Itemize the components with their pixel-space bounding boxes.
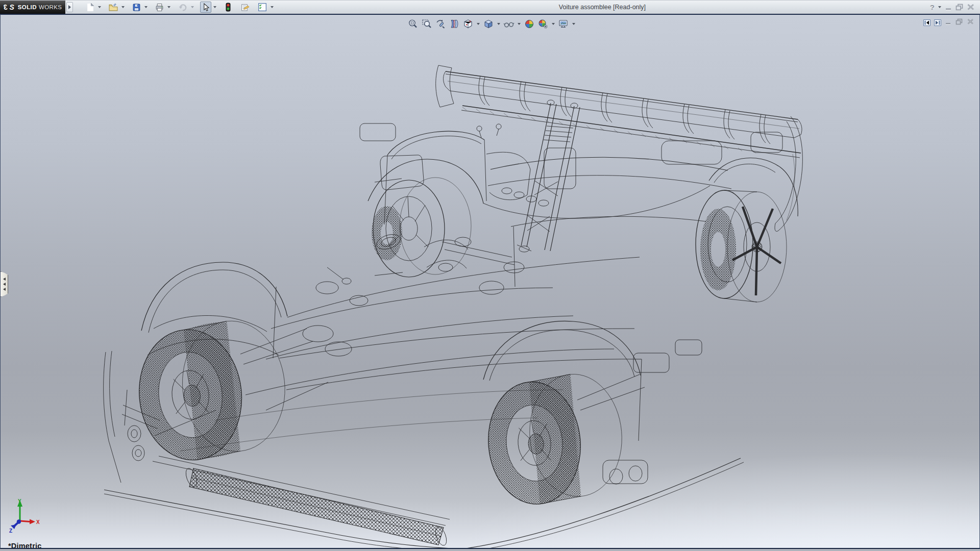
chevron-down-icon — [213, 6, 216, 8]
window-controls: ? — [930, 2, 980, 13]
previous-view-icon — [435, 19, 446, 29]
brand-glyph-3: 3 — [4, 3, 8, 11]
zoom-to-fit-button[interactable] — [407, 18, 419, 30]
previous-view-button[interactable] — [434, 18, 447, 30]
chevron-down-icon — [121, 6, 125, 8]
graphics-viewport[interactable]: Y X Z *Dimetric — [0, 14, 980, 549]
doc-close-button[interactable] — [967, 18, 974, 27]
triad-x-label: X — [36, 519, 40, 525]
chevron-left-icon — [3, 288, 6, 291]
collapse-right-icon — [935, 20, 940, 25]
new-button[interactable] — [84, 2, 96, 13]
restore-button[interactable] — [955, 2, 964, 12]
zoom-to-area-icon — [422, 19, 432, 29]
brand-name-light: WORKS — [39, 4, 62, 10]
chevron-down-icon — [98, 6, 101, 8]
view-settings-button[interactable] — [557, 18, 570, 30]
select-button[interactable] — [200, 2, 211, 13]
chevron-down-icon — [552, 23, 555, 25]
apply-scene-button[interactable] — [537, 18, 549, 30]
chevron-down-icon — [167, 6, 170, 8]
window-title: Voiture assomblee [Read-only] — [275, 4, 930, 11]
document-window-controls — [923, 18, 974, 27]
new-dropdown[interactable] — [96, 2, 102, 13]
reference-triad: Y X Z — [1, 497, 67, 548]
model-wireframe-race-car[interactable] — [1, 15, 979, 548]
brand-name-bold: SOLID — [18, 4, 37, 10]
restore-icon — [955, 18, 963, 25]
file-properties-button[interactable] — [239, 2, 251, 13]
minimize-icon — [945, 19, 952, 25]
zoom-to-fit-icon — [408, 19, 418, 29]
print-icon — [155, 3, 164, 12]
help-button[interactable]: ? — [930, 2, 935, 12]
zoom-to-area-button[interactable] — [421, 18, 433, 30]
help-dropdown[interactable] — [938, 2, 942, 13]
chevron-down-icon — [191, 6, 194, 8]
minimize-button[interactable] — [945, 2, 952, 12]
collapse-left-pane-button[interactable] — [923, 19, 930, 26]
chevron-left-icon — [3, 278, 6, 281]
print-button[interactable] — [154, 2, 165, 13]
chevron-down-icon — [518, 23, 521, 25]
view-orientation-button[interactable] — [462, 18, 474, 30]
toolbar-expander-button[interactable] — [66, 2, 73, 12]
close-button[interactable] — [967, 2, 975, 12]
open-folder-icon — [109, 3, 118, 12]
solidworks-logo: 3S SOLIDWORKS — [0, 1, 65, 14]
options-button[interactable] — [256, 2, 268, 13]
display-style-dropdown[interactable] — [496, 18, 501, 30]
save-floppy-icon — [132, 3, 141, 12]
front-left-wheel — [132, 316, 291, 465]
open-button[interactable] — [107, 2, 119, 13]
print-dropdown[interactable] — [166, 2, 172, 13]
save-button[interactable] — [131, 2, 142, 13]
view-orientation-icon — [463, 19, 473, 29]
undo-dropdown[interactable] — [189, 2, 195, 13]
appearance-ball-icon — [524, 19, 534, 29]
open-dropdown[interactable] — [120, 2, 126, 13]
notepad-pencil-icon — [240, 3, 250, 12]
headsup-view-toolbar — [407, 18, 576, 30]
select-dropdown[interactable] — [212, 2, 217, 13]
new-document-icon — [86, 3, 94, 12]
help-icon: ? — [930, 3, 935, 12]
display-style-icon — [483, 19, 494, 29]
apply-scene-icon — [538, 19, 548, 29]
section-view-button[interactable] — [448, 18, 460, 30]
apply-scene-dropdown[interactable] — [551, 18, 556, 30]
doc-minimize-button[interactable] — [945, 18, 952, 27]
display-style-button[interactable] — [482, 18, 495, 30]
stoplight-icon — [224, 3, 232, 12]
view-settings-dropdown[interactable] — [571, 18, 576, 30]
close-icon — [967, 18, 974, 25]
options-dropdown[interactable] — [269, 2, 275, 13]
cursor-arrow-icon — [202, 3, 210, 12]
section-view-icon — [449, 19, 459, 29]
close-icon — [967, 4, 975, 11]
chevron-down-icon — [938, 6, 941, 8]
hide-show-items-dropdown[interactable] — [517, 18, 522, 30]
collapse-right-pane-button[interactable] — [934, 19, 941, 26]
view-orientation-dropdown[interactable] — [476, 18, 481, 30]
feature-tree-collapsed-tab[interactable] — [1, 271, 8, 297]
minimize-icon — [945, 4, 952, 11]
titlebar: 3S SOLIDWORKS — [0, 0, 980, 14]
chevron-down-icon — [572, 23, 575, 25]
chevron-down-icon — [497, 23, 500, 25]
view-settings-monitor-icon — [558, 19, 569, 29]
triad-y-label: Y — [18, 498, 21, 504]
rear-right-wheel — [696, 190, 787, 302]
save-dropdown[interactable] — [143, 2, 149, 13]
front-right-wheel — [372, 178, 471, 277]
edit-appearance-button[interactable] — [523, 18, 535, 30]
undo-button[interactable] — [177, 2, 189, 13]
chevron-right-icon — [68, 5, 71, 9]
undo-icon — [178, 3, 187, 12]
doc-restore-button[interactable] — [955, 18, 963, 27]
main-toolbar — [84, 2, 275, 13]
chevron-down-icon — [144, 6, 148, 8]
hide-show-items-button[interactable] — [503, 18, 515, 30]
rebuild-button[interactable] — [223, 2, 234, 13]
chevron-down-icon — [477, 23, 480, 25]
